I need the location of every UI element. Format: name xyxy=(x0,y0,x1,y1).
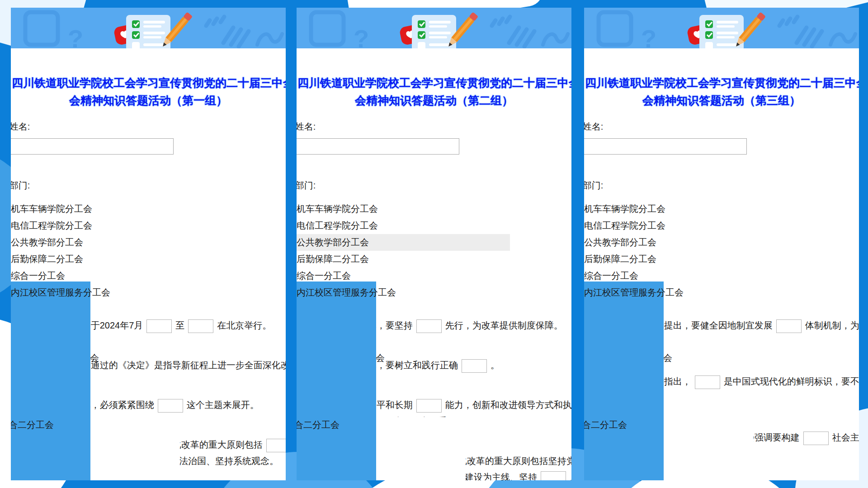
radio-option[interactable]: 公共教学部分工会 xyxy=(584,236,676,249)
radio-option-label: 后勤保障二分工会 xyxy=(584,253,656,265)
squiggle-icon xyxy=(543,34,568,45)
department-label: 2.部门: xyxy=(11,180,286,191)
blank-input[interactable] xyxy=(158,399,183,413)
radio-option-label: 综合二分工会 xyxy=(11,419,54,431)
department-option-row: 内江校区管理服务分工会 xyxy=(297,284,571,301)
radio-option[interactable]: 后勤保障二分工会 xyxy=(584,253,676,265)
blank-input[interactable] xyxy=(266,439,286,452)
banner-art: ? xyxy=(11,8,286,48)
department-option-row: 后勤保障二分工会教务实训分工会学生工作分工会 xyxy=(11,251,286,267)
survey-title: 四川铁道职业学院校工会学习宣传贯彻党的二十届三中全会精神知识答题活动（第三组） xyxy=(585,74,858,109)
department-options: 机车车辆学院分工会城市轨道交通学院分工会铁道工电学院分工会电信工程学院分工会经济… xyxy=(297,201,571,301)
radio-option[interactable]: 机车车辆学院分工会 xyxy=(297,203,389,215)
radio-option[interactable]: 内江校区管理服务分工会 xyxy=(584,286,676,299)
survey-panel: ? xyxy=(11,8,286,480)
radio-option-label: 综合二分工会 xyxy=(584,419,627,431)
radio-option-label: 电信工程学院分工会 xyxy=(584,220,665,232)
banner: ? xyxy=(11,8,286,48)
radio-option-label: 公共教学部分工会 xyxy=(297,236,369,249)
department-option-row: 公共教学部分工会图书信息中心分工会后勤保障一分工会 xyxy=(297,234,571,251)
question-text: 。 xyxy=(491,360,500,370)
department-label: 2.部门: xyxy=(297,180,571,191)
survey-panels-row: ? xyxy=(0,0,868,488)
tally-marks-icon xyxy=(206,17,249,47)
radio-option[interactable]: 综合一分工会 xyxy=(297,270,389,282)
page-background: ? xyxy=(0,0,868,488)
blank-input[interactable] xyxy=(146,319,172,333)
department-option-row: 综合一分工会综合二分工会内江校区教学分工会 xyxy=(11,267,286,284)
department-options: 机车车辆学院分工会城市轨道交通学院分工会铁道工电学院分工会电信工程学院分工会经济… xyxy=(11,201,286,301)
question-text: 这个主题来展开。 xyxy=(187,400,259,410)
radio-option-label: 后勤保障二分工会 xyxy=(11,253,83,265)
department-option-row: 机车车辆学院分工会城市轨道交通学院分工会铁道工电学院分工会 xyxy=(11,201,286,217)
radio-option[interactable]: 综合一分工会 xyxy=(11,270,103,282)
radio-option[interactable]: 综合二分工会 xyxy=(584,348,664,481)
blank-input[interactable] xyxy=(803,432,829,445)
question-text: 在北京举行。 xyxy=(217,320,271,330)
radio-option[interactable]: 综合二分工会 xyxy=(11,348,90,481)
radio-option[interactable]: 后勤保障二分工会 xyxy=(297,253,389,265)
survey-form: 1.姓名: 2.部门: 机车车辆学院分工会城市轨道交通学院分工会铁道工电学院分工… xyxy=(297,121,571,480)
name-label: 1.姓名: xyxy=(584,121,859,132)
tally-marks-icon xyxy=(779,17,822,47)
radio-option[interactable]: 公共教学部分工会 xyxy=(11,236,103,249)
name-input[interactable] xyxy=(584,138,747,155)
department-option-row: 综合一分工会综合二分工会内江校区教学分工会 xyxy=(584,267,859,284)
squiggle-icon xyxy=(257,34,282,45)
radio-option[interactable]: 电信工程学院分工会 xyxy=(297,220,389,232)
radio-option-label: 综合一分工会 xyxy=(297,270,351,282)
radio-option-label: 公共教学部分工会 xyxy=(11,236,83,249)
radio-option[interactable]: 机车车辆学院分工会 xyxy=(11,203,103,215)
department-options: 机车车辆学院分工会城市轨道交通学院分工会铁道工电学院分工会电信工程学院分工会经济… xyxy=(584,201,859,301)
banner: ? xyxy=(584,8,859,48)
tally-marks-icon xyxy=(492,17,534,47)
square-outline-icon xyxy=(311,12,344,45)
department-option-row: 综合一分工会综合二分工会内江校区教学分工会 xyxy=(297,267,571,284)
square-outline-icon xyxy=(25,12,58,45)
radio-option[interactable]: 内江校区管理服务分工会 xyxy=(297,286,389,299)
radio-option[interactable]: 机车车辆学院分工会 xyxy=(584,203,676,215)
radio-option[interactable]: 公共教学部分工会 xyxy=(297,236,389,249)
question-text: 是中国式现代化的鲜明标识，要不断推进 xyxy=(724,376,859,386)
radio-option-label: 机车车辆学院分工会 xyxy=(11,203,92,215)
department-option-row: 机车车辆学院分工会城市轨道交通学院分工会铁道工电学院分工会 xyxy=(297,201,571,217)
blank-input[interactable] xyxy=(416,399,442,413)
question-text: 至 xyxy=(175,320,184,330)
survey-title: 四川铁道职业学院校工会学习宣传贯彻党的二十届三中全会精神知识答题活动（第一组） xyxy=(12,74,285,109)
banner-art: ? xyxy=(297,8,571,48)
banner-art: ? xyxy=(584,8,859,48)
department-option-row: 后勤保障二分工会教务实训分工会学生工作分工会 xyxy=(297,251,571,267)
department-option-row: 电信工程学院分工会经济管理学院分工会马克思主义学院分工会 xyxy=(11,217,286,234)
squiggle-icon xyxy=(830,34,855,45)
radio-option-label: 内江校区管理服务分工会 xyxy=(297,286,396,299)
blank-input[interactable] xyxy=(416,319,442,333)
question-text: 、坚持 xyxy=(570,472,571,480)
radio-option[interactable]: 后勤保障二分工会 xyxy=(11,253,103,265)
radio-option[interactable]: 综合一分工会 xyxy=(584,270,676,282)
survey-form: 1.姓名: 2.部门: 机车车辆学院分工会城市轨道交通学院分工会铁道工电学院分工… xyxy=(584,121,859,480)
square-outline-icon xyxy=(599,12,631,45)
radio-option-label: 电信工程学院分工会 xyxy=(297,220,378,232)
blank-input[interactable] xyxy=(462,359,487,373)
question-text: 能力，创新和改进领导方式和执政方式，深化党的 xyxy=(445,400,571,410)
radio-option-label: 内江校区管理服务分工会 xyxy=(584,286,684,299)
radio-option-label: 机车车辆学院分工会 xyxy=(297,203,378,215)
question-mark-icon: ? xyxy=(641,24,656,48)
radio-option-label: 综合二分工会 xyxy=(297,419,340,431)
blank-input[interactable] xyxy=(541,471,566,480)
department-option-row: 内江校区管理服务分工会 xyxy=(11,284,286,301)
blank-input[interactable] xyxy=(188,319,213,333)
department-option-row: 机车车辆学院分工会城市轨道交通学院分工会铁道工电学院分工会 xyxy=(584,201,859,217)
radio-option-label: 内江校区管理服务分工会 xyxy=(11,286,110,299)
blank-input[interactable] xyxy=(695,375,720,389)
name-input[interactable] xyxy=(297,138,459,155)
radio-option[interactable]: 综合二分工会 xyxy=(297,348,376,481)
department-option-row: 后勤保障二分工会教务实训分工会学生工作分工会 xyxy=(584,251,859,267)
radio-option[interactable]: 电信工程学院分工会 xyxy=(11,220,103,232)
blank-input[interactable] xyxy=(776,319,802,333)
radio-option[interactable]: 内江校区管理服务分工会 xyxy=(11,286,103,299)
radio-option[interactable]: 电信工程学院分工会 xyxy=(584,220,676,232)
name-input[interactable] xyxy=(11,138,174,155)
name-label: 1.姓名: xyxy=(297,121,571,132)
radio-option-label: 机车车辆学院分工会 xyxy=(584,203,665,215)
